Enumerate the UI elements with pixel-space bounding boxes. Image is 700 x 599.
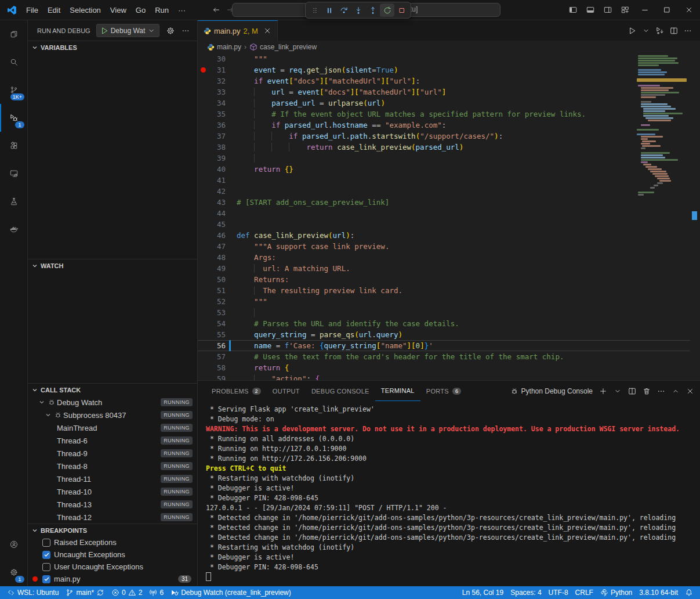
code-line[interactable]: 59 "action": { xyxy=(198,373,700,380)
status-problems[interactable]: 02 xyxy=(108,586,146,599)
call-stack-row[interactable]: Thread-8RUNNING xyxy=(28,460,197,472)
activity-beaker[interactable] xyxy=(0,187,27,215)
breakpoint-gutter[interactable] xyxy=(198,109,208,120)
breakpoint-row[interactable]: Uncaught Exceptions xyxy=(28,549,197,561)
run-icon[interactable] xyxy=(628,27,636,35)
call-stack-row[interactable]: Thread-13RUNNING xyxy=(28,498,197,511)
code-line[interactable]: 47 """A support case link preview. xyxy=(198,241,700,252)
breakpoint-gutter[interactable] xyxy=(198,164,208,175)
breakpoint-gutter[interactable] xyxy=(198,75,208,86)
status-language[interactable]: Python xyxy=(597,589,636,597)
code-line[interactable]: 35 # If the event object URL matches a s… xyxy=(198,109,700,120)
arrow-left-icon[interactable] xyxy=(212,6,220,14)
call-stack-row[interactable]: Debug WatchRUNNING xyxy=(28,396,197,409)
activity-remote-explorer[interactable] xyxy=(0,160,27,187)
call-stack-row[interactable]: Thread-12RUNNING xyxy=(28,511,197,524)
step-over-button[interactable] xyxy=(336,3,351,17)
breakpoint-gutter[interactable] xyxy=(198,197,208,208)
close-icon[interactable] xyxy=(686,387,694,395)
overview-ruler[interactable] xyxy=(690,53,700,380)
call-stack-row[interactable]: Subprocess 80437RUNNING xyxy=(28,409,197,421)
breakpoint-gutter[interactable] xyxy=(198,252,208,263)
breakpoint-gutter[interactable] xyxy=(198,120,208,131)
close-tab-icon[interactable] xyxy=(263,27,271,35)
breakpoint-gutter[interactable] xyxy=(198,373,208,380)
code-line[interactable]: 39 xyxy=(198,153,700,164)
breakpoint-gutter[interactable] xyxy=(198,340,208,351)
code-line[interactable]: 56 name = f'Case: {query_string["name"][… xyxy=(198,340,700,351)
breakpoint-gutter[interactable] xyxy=(198,230,208,241)
gripper-button[interactable] xyxy=(307,3,322,17)
status-eol[interactable]: CRLF xyxy=(572,589,597,597)
breakpoint-gutter[interactable] xyxy=(198,98,208,109)
code-line[interactable]: 57 # Uses the text from the card's heade… xyxy=(198,351,700,362)
status-remote[interactable]: WSL: Ubuntu xyxy=(3,586,62,599)
breakpoint-gutter[interactable] xyxy=(198,241,208,252)
chevron-down-icon[interactable] xyxy=(614,387,622,395)
code-line[interactable]: 53 xyxy=(198,307,700,318)
menu-selection[interactable]: Selection xyxy=(65,4,105,16)
breakpoint-checkbox[interactable] xyxy=(42,575,50,583)
chevron-up-icon[interactable] xyxy=(672,387,680,395)
code-line[interactable]: 43# [START add_ons_case_preview_link] xyxy=(198,197,700,208)
restart-button[interactable] xyxy=(380,3,394,17)
code-line[interactable]: 30 """ xyxy=(198,53,700,64)
code-line[interactable]: 38 return case_link_preview(parsed_url) xyxy=(198,142,700,153)
code-line[interactable]: 46def case_link_preview(url): xyxy=(198,230,700,241)
status-indentation[interactable]: Spaces: 4 xyxy=(507,589,545,597)
terminal-output[interactable]: * Serving Flask app 'create_link_preview… xyxy=(198,401,700,583)
minimize-button[interactable] xyxy=(634,0,656,20)
breakpoint-gutter[interactable] xyxy=(198,153,208,164)
breakpoint-gutter[interactable] xyxy=(198,318,208,329)
activity-account[interactable] xyxy=(0,531,27,558)
status-interpreter[interactable]: 3.8.10 64-bit xyxy=(636,589,681,597)
status-debug-status[interactable]: Debug Watch (create_link_preview) xyxy=(167,586,295,599)
breakpoint-gutter[interactable] xyxy=(198,64,208,75)
code-line[interactable]: 50 Returns: xyxy=(198,274,700,285)
panel-tab-output[interactable]: OUTPUT xyxy=(267,381,306,401)
breakpoint-gutter[interactable] xyxy=(198,329,208,340)
start-debug-icon[interactable] xyxy=(100,27,108,35)
minimap[interactable] xyxy=(636,55,690,380)
breakpoint-gutter[interactable] xyxy=(198,53,208,64)
breakpoint-gutter[interactable] xyxy=(198,263,208,274)
status-branch[interactable]: main* xyxy=(62,586,108,599)
code-editor[interactable]: 30 """31 event = req.get_json(silent=Tru… xyxy=(198,53,700,380)
code-line[interactable]: 55 query_string = parse_qs(url.query) xyxy=(198,329,700,340)
activity-files[interactable] xyxy=(0,20,27,48)
add-icon[interactable] xyxy=(599,387,607,395)
code-line[interactable]: 37 if parsed_url.path.startswith("/suppo… xyxy=(198,131,700,142)
breakpoint-gutter[interactable] xyxy=(198,296,208,307)
breakpoint-gutter[interactable] xyxy=(198,307,208,318)
code-line[interactable]: 54 # Parses the URL and identify the cas… xyxy=(198,318,700,329)
tab-main-py[interactable]: main.py 2, M xyxy=(198,20,278,41)
activity-extensions[interactable] xyxy=(0,132,27,160)
chevron-down-icon[interactable] xyxy=(642,27,650,35)
code-line[interactable]: 48 Args: xyxy=(198,252,700,263)
panel-tab-debug-console[interactable]: DEBUG CONSOLE xyxy=(306,381,375,401)
launch-config-dropdown[interactable]: Debug Wat xyxy=(96,24,160,37)
activity-source-control[interactable]: 1K+ xyxy=(0,76,27,104)
more-icon[interactable] xyxy=(182,27,190,35)
terminal-instance[interactable]: Python Debug Console xyxy=(510,387,593,395)
status-ports[interactable]: 6 xyxy=(146,586,167,599)
code-line[interactable]: 31 event = req.get_json(silent=True) xyxy=(198,64,700,75)
menu-more[interactable]: ··· xyxy=(173,4,190,16)
breakpoint-gutter[interactable] xyxy=(198,186,208,197)
breakpoint-gutter[interactable] xyxy=(198,362,208,373)
code-line[interactable]: 49 url: A matching URL. xyxy=(198,263,700,274)
layout-panel-button[interactable] xyxy=(582,0,599,20)
call-stack-row[interactable]: Thread-9RUNNING xyxy=(28,447,197,460)
breakpoint-gutter[interactable] xyxy=(198,175,208,186)
breakpoint-checkbox[interactable] xyxy=(42,551,50,559)
gear-icon[interactable] xyxy=(166,27,175,35)
code-line[interactable]: 36 if parsed_url.hostname == "example.co… xyxy=(198,120,700,131)
code-line[interactable]: 34 parsed_url = urlparse(url) xyxy=(198,98,700,109)
breakpoint-gutter[interactable] xyxy=(198,131,208,142)
layout-sidebar-button[interactable] xyxy=(564,0,582,20)
code-line[interactable]: 32 if event["docs"]["matchedUrl"]["url"]… xyxy=(198,75,700,86)
split-editor-icon[interactable] xyxy=(670,27,678,35)
maximize-button[interactable] xyxy=(656,0,678,20)
menu-go[interactable]: Go xyxy=(131,4,150,16)
status-notifications[interactable] xyxy=(681,589,697,597)
